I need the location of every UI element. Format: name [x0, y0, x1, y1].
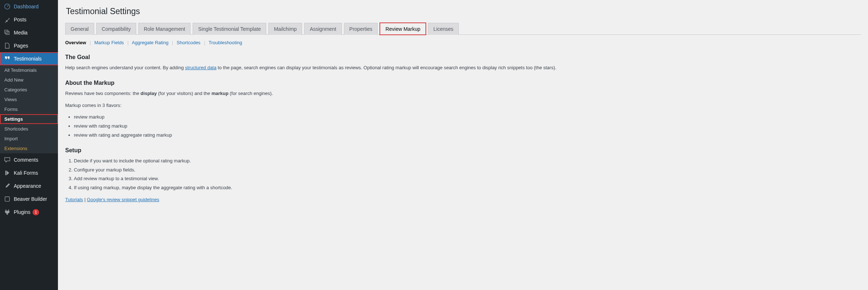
text: (for search engines).	[228, 91, 273, 96]
tab-compatibility[interactable]: Compatibility	[96, 23, 136, 35]
tab-review-markup[interactable]: Review Markup	[380, 23, 425, 35]
separator: |	[89, 40, 91, 45]
menu-label: Comments	[14, 157, 38, 163]
subnav-aggregate-rating[interactable]: Aggregate Rating	[132, 40, 168, 45]
tab-general[interactable]: General	[65, 23, 94, 35]
tab-single-template[interactable]: Single Testimonial Template	[193, 23, 266, 35]
list-item: Configure your markup fields.	[74, 166, 861, 174]
submenu-settings[interactable]: Settings	[0, 114, 58, 124]
page-title: Testimonial Settings	[66, 7, 861, 16]
submenu-views[interactable]: Views	[0, 95, 58, 104]
svg-rect-1	[5, 197, 10, 202]
menu-plugins[interactable]: Plugins 1	[0, 206, 58, 219]
list-item: review markup	[74, 113, 861, 121]
menu-label: Plugins	[14, 209, 30, 215]
menu-dashboard[interactable]: Dashboard	[0, 0, 58, 13]
separator: |	[172, 40, 173, 45]
submenu-extensions[interactable]: Extensions	[0, 144, 58, 153]
pin-icon	[4, 16, 11, 23]
flavors-list: review markup review with rating markup …	[74, 113, 861, 139]
setup-steps: Decide if you want to include the option…	[74, 157, 861, 192]
menu-comments[interactable]: Comments	[0, 153, 58, 166]
submenu-all[interactable]: All Testimonials	[0, 65, 58, 75]
tab-properties[interactable]: Properties	[344, 23, 378, 35]
text-bold: markup	[211, 91, 228, 96]
media-icon	[4, 29, 11, 36]
plugin-icon	[4, 208, 11, 216]
tab-role-management[interactable]: Role Management	[138, 23, 190, 35]
subnav-troubleshooting[interactable]: Troubleshooting	[209, 40, 242, 45]
about-paragraph-1: Reviews have two components: the display…	[65, 90, 861, 98]
list-item: review with rating and aggregate rating …	[74, 132, 861, 139]
tab-licenses[interactable]: Licenses	[428, 23, 459, 35]
list-item: Decide if you want to include the option…	[74, 157, 861, 165]
subnav-markup-fields[interactable]: Markup Fields	[94, 40, 124, 45]
menu-media[interactable]: Media	[0, 26, 58, 39]
beaver-icon	[4, 195, 11, 203]
submenu-forms[interactable]: Forms	[0, 104, 58, 114]
menu-label: Beaver Builder	[14, 196, 47, 202]
list-item: If using rating markup, maybe display th…	[74, 184, 861, 192]
subnav: Overview | Markup Fields | Aggregate Rat…	[65, 40, 861, 45]
main-content: Testimonial Settings General Compatibili…	[58, 0, 868, 290]
submenu-shortcodes[interactable]: Shortcodes	[0, 124, 58, 134]
menu-posts[interactable]: Posts	[0, 13, 58, 26]
about-paragraph-2: Markup comes in 3 flavors:	[65, 102, 861, 109]
separator: |	[127, 40, 129, 45]
menu-appearance[interactable]: Appearance	[0, 179, 58, 192]
separator: |	[204, 40, 205, 45]
menu-label: Testimonials	[14, 56, 42, 62]
separator: |	[83, 197, 87, 202]
tutorials-link[interactable]: Tutorials	[65, 197, 83, 202]
comment-icon	[4, 156, 11, 163]
heading-about: About the Markup	[65, 80, 861, 86]
submenu-testimonials: All Testimonials Add New Categories View…	[0, 65, 58, 153]
brush-icon	[4, 182, 11, 190]
menu-label: Posts	[14, 17, 26, 22]
text: Help search engines understand your cont…	[65, 65, 185, 70]
menu-label: Dashboard	[14, 4, 39, 9]
list-item: Add review markup to a testimonial view.	[74, 175, 861, 183]
google-guidelines-link[interactable]: Google's review snippet guidelines	[87, 197, 159, 202]
structured-data-link[interactable]: structured data	[185, 65, 217, 70]
submenu-addnew[interactable]: Add New	[0, 75, 58, 85]
subnav-shortcodes[interactable]: Shortcodes	[177, 40, 201, 45]
menu-label: Pages	[14, 43, 28, 49]
menu-beaver[interactable]: Beaver Builder	[0, 192, 58, 206]
submenu-import[interactable]: Import	[0, 134, 58, 144]
settings-tabs: General Compatibility Role Management Si…	[65, 23, 861, 35]
text: to the page, search engines can display …	[217, 65, 557, 70]
menu-label: Kali Forms	[14, 170, 38, 176]
plugins-badge: 1	[33, 209, 39, 215]
dashboard-icon	[4, 3, 11, 10]
heading-setup: Setup	[65, 147, 861, 154]
text-bold: display	[141, 91, 157, 96]
heading-goal: The Goal	[65, 54, 861, 61]
menu-label: Media	[14, 30, 28, 36]
quote-icon	[4, 55, 11, 62]
text: Reviews have two components: the	[65, 91, 141, 96]
admin-sidebar: Dashboard Posts Media Pages Testimonials…	[0, 0, 58, 290]
page-icon	[4, 42, 11, 49]
menu-testimonials[interactable]: Testimonials	[0, 52, 58, 65]
tab-mailchimp[interactable]: Mailchimp	[268, 23, 302, 35]
menu-pages[interactable]: Pages	[0, 39, 58, 52]
menu-kaliforms[interactable]: Kali Forms	[0, 166, 58, 179]
footer-links: Tutorials | Google's review snippet guid…	[65, 197, 861, 202]
kaliforms-icon	[4, 169, 11, 177]
goal-paragraph: Help search engines understand your cont…	[65, 64, 861, 72]
tab-assignment[interactable]: Assignment	[304, 23, 341, 35]
list-item: review with rating markup	[74, 123, 861, 130]
submenu-categories[interactable]: Categories	[0, 85, 58, 95]
subnav-overview[interactable]: Overview	[65, 40, 86, 45]
text: (for your visitors) and the	[157, 91, 211, 96]
menu-label: Appearance	[14, 183, 41, 189]
